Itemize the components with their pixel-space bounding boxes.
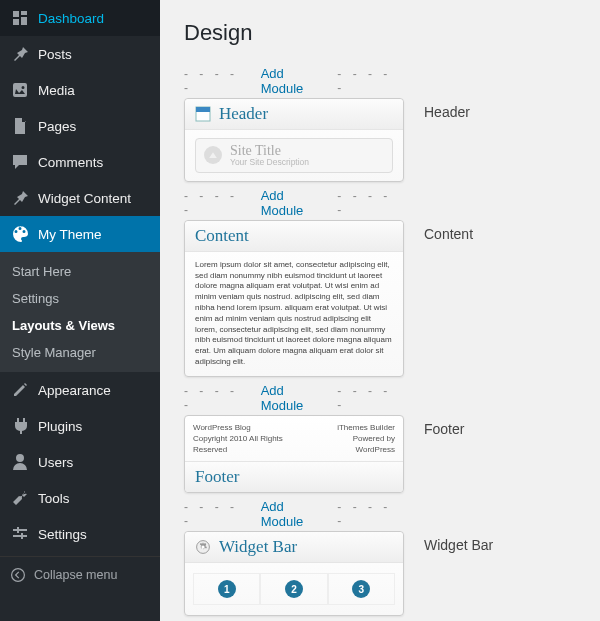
nav-label: My Theme — [38, 227, 102, 242]
site-title-text: Site Title — [230, 143, 309, 158]
nav-my-theme[interactable]: My Theme — [0, 216, 160, 252]
add-module-link[interactable]: Add Module — [261, 188, 328, 218]
dash-decoration: - - - - - — [184, 384, 251, 412]
dash-decoration: - - - - - — [184, 189, 251, 217]
section-footer: - - - - - Add Module - - - - - WordPress… — [184, 385, 576, 494]
module-content-card[interactable]: Content Lorem ipsum dolor sit amet, cons… — [184, 220, 404, 377]
site-desc-text: Your Site Description — [230, 158, 309, 167]
add-module-row: - - - - - Add Module - - - - - — [184, 190, 404, 216]
media-icon — [10, 80, 30, 100]
module-title: Content — [195, 226, 249, 246]
gear-icon — [195, 539, 211, 555]
add-module-link[interactable]: Add Module — [261, 383, 328, 413]
widget-cell: 2 — [260, 573, 327, 605]
sub-style-manager[interactable]: Style Manager — [0, 339, 160, 366]
site-title-preview: Site Title Your Site Description — [195, 138, 393, 173]
nav-plugins[interactable]: Plugins — [0, 408, 160, 444]
pin-icon — [10, 44, 30, 64]
app-root: Dashboard Posts Media Pages Comments Wid… — [0, 0, 600, 621]
nav-appearance[interactable]: Appearance — [0, 372, 160, 408]
module-header: Widget Bar — [185, 532, 403, 563]
header-icon — [195, 106, 211, 122]
module-body: Lorem ipsum dolor sit amet, consectetur … — [185, 252, 403, 376]
nav-widget-content[interactable]: Widget Content — [0, 180, 160, 216]
pages-icon — [10, 116, 30, 136]
section-label: Footer — [404, 385, 464, 437]
module-widget-card[interactable]: Widget Bar 1 2 3 — [184, 531, 404, 616]
lorem-preview: Lorem ipsum dolor sit amet, consectetur … — [195, 260, 393, 368]
plugins-icon — [10, 416, 30, 436]
dash-decoration: - - - - - — [337, 189, 404, 217]
module-title: Header — [219, 104, 268, 124]
section-label: Widget Bar — [404, 501, 493, 553]
module-header: Content — [185, 221, 403, 252]
module-body: Site Title Your Site Description — [185, 130, 403, 181]
nav-posts[interactable]: Posts — [0, 36, 160, 72]
section-widget-bar: - - - - - Add Module - - - - - Widget Ba… — [184, 501, 576, 616]
users-icon — [10, 452, 30, 472]
nav-label: Settings — [38, 527, 87, 542]
nav-media[interactable]: Media — [0, 72, 160, 108]
sub-layouts-views[interactable]: Layouts & Views — [0, 312, 160, 339]
module-footer-card[interactable]: WordPress Blog Copyright 2010 All Rights… — [184, 415, 404, 494]
nav-label: Widget Content — [38, 191, 131, 206]
dash-decoration: - - - - - — [337, 500, 404, 528]
nav-tools[interactable]: Tools — [0, 480, 160, 516]
pin-icon — [10, 188, 30, 208]
settings-icon — [10, 524, 30, 544]
nav-label: Plugins — [38, 419, 82, 434]
svg-point-0 — [12, 569, 25, 582]
dash-decoration: - - - - - — [337, 67, 404, 95]
dashboard-icon — [10, 8, 30, 28]
collapse-icon — [10, 567, 26, 583]
footer-preview: WordPress Blog Copyright 2010 All Rights… — [185, 416, 403, 462]
nav-label: Appearance — [38, 383, 111, 398]
footer-right-line2: Powered by WordPress — [314, 433, 395, 455]
sub-start-here[interactable]: Start Here — [0, 258, 160, 285]
my-theme-submenu: Start Here Settings Layouts & Views Styl… — [0, 252, 160, 372]
nav-label: Posts — [38, 47, 72, 62]
section-label: Header — [404, 68, 470, 120]
add-module-row: - - - - - Add Module - - - - - — [184, 68, 404, 94]
nav-label: Media — [38, 83, 75, 98]
theme-icon — [10, 224, 30, 244]
collapse-label: Collapse menu — [34, 568, 117, 582]
main-content: Design - - - - - Add Module - - - - - He… — [160, 0, 600, 621]
appearance-icon — [10, 380, 30, 400]
nav-comments[interactable]: Comments — [0, 144, 160, 180]
section-label: Content — [404, 190, 473, 242]
add-module-row: - - - - - Add Module - - - - - — [184, 385, 404, 411]
comments-icon — [10, 152, 30, 172]
module-header: Footer — [185, 461, 403, 492]
svg-rect-2 — [196, 107, 210, 112]
widget-cell: 3 — [328, 573, 395, 605]
dash-decoration: - - - - - — [337, 384, 404, 412]
nav-dashboard[interactable]: Dashboard — [0, 0, 160, 36]
module-title: Widget Bar — [219, 537, 297, 557]
module-header: Header — [185, 99, 403, 130]
dash-decoration: - - - - - — [184, 67, 251, 95]
widget-number: 1 — [218, 580, 236, 598]
page-title: Design — [184, 20, 576, 46]
nav-label: Pages — [38, 119, 76, 134]
add-module-link[interactable]: Add Module — [261, 66, 328, 96]
add-module-row: - - - - - Add Module - - - - - — [184, 501, 404, 527]
add-module-link[interactable]: Add Module — [261, 499, 328, 529]
sub-settings[interactable]: Settings — [0, 285, 160, 312]
footer-right-line1: iThemes Builder — [314, 422, 395, 433]
module-header-card[interactable]: Header Site Title Your Site Description — [184, 98, 404, 182]
widget-number: 2 — [285, 580, 303, 598]
nav-settings[interactable]: Settings — [0, 516, 160, 552]
tools-icon — [10, 488, 30, 508]
nav-users[interactable]: Users — [0, 444, 160, 480]
footer-left-line2: Copyright 2010 All Rights Reserved — [193, 433, 314, 455]
widget-body: 1 2 3 — [185, 563, 403, 615]
site-title-icon — [204, 146, 222, 164]
section-header: - - - - - Add Module - - - - - Header Si… — [184, 68, 576, 182]
admin-sidebar: Dashboard Posts Media Pages Comments Wid… — [0, 0, 160, 621]
nav-pages[interactable]: Pages — [0, 108, 160, 144]
collapse-menu[interactable]: Collapse menu — [0, 556, 160, 593]
nav-label: Tools — [38, 491, 70, 506]
footer-left-line1: WordPress Blog — [193, 422, 314, 433]
nav-label: Users — [38, 455, 73, 470]
